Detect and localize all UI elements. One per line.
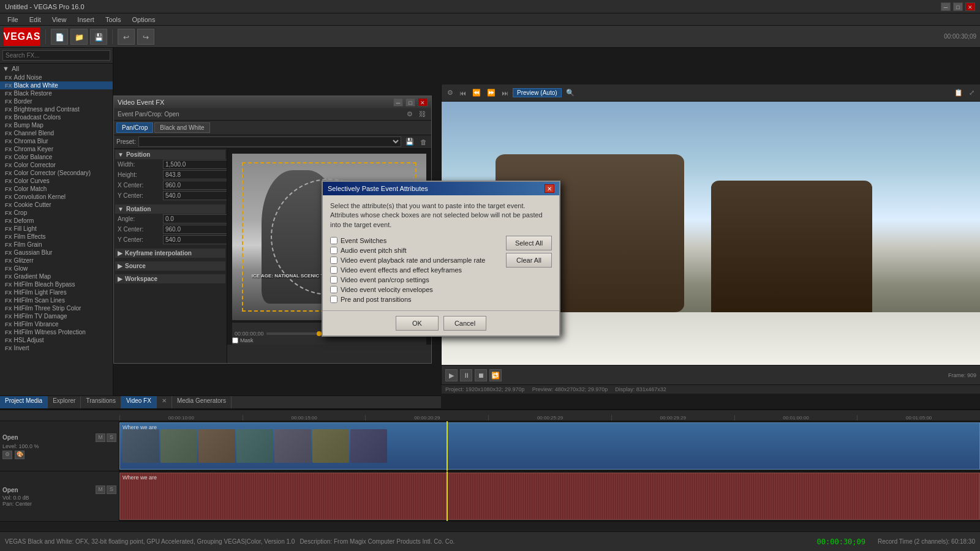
checkbox-row-6: Pre and post transitions <box>330 294 501 304</box>
dialog-body: Select the attribute(s) that you want to… <box>323 195 559 310</box>
checkbox-1[interactable] <box>330 247 337 254</box>
checkbox-row-0: Event Switches <box>330 236 501 246</box>
checkbox-row-4: Video event pan/crop settings <box>330 275 501 285</box>
paste-dialog: Selectively Paste Event Attributes ✕ Sel… <box>322 181 560 337</box>
dialog-description: Select the attribute(s) that you want to… <box>330 201 552 230</box>
checkbox-label-3: Video event effects and effect keyframes <box>341 266 462 274</box>
checkbox-2[interactable] <box>330 257 337 264</box>
checkbox-0[interactable] <box>330 237 337 244</box>
dialog-content: Event Switches Audio event pitch shift V… <box>330 236 552 304</box>
ok-btn[interactable]: OK <box>396 316 439 331</box>
clear-all-btn[interactable]: Clear All <box>506 253 552 268</box>
checkbox-label-1: Audio event pitch shift <box>341 247 407 254</box>
checkbox-6[interactable] <box>330 296 337 303</box>
dialog-checkboxes: Event Switches Audio event pitch shift V… <box>330 236 501 304</box>
checkbox-4[interactable] <box>330 276 337 283</box>
dialog-title-label: Selectively Paste Event Attributes <box>328 185 428 192</box>
checkbox-label-2: Video event playback rate and undersampl… <box>341 257 485 264</box>
dialog-close-btn[interactable]: ✕ <box>545 184 554 193</box>
dialog-footer: OK Cancel <box>323 310 559 335</box>
checkbox-row-3: Video event effects and effect keyframes <box>330 265 501 275</box>
cancel-btn[interactable]: Cancel <box>443 316 486 331</box>
checkbox-label-0: Event Switches <box>341 237 386 244</box>
checkbox-row-2: Video event playback rate and undersampl… <box>330 255 501 265</box>
select-all-btn[interactable]: Select All <box>506 236 552 250</box>
checkbox-label-6: Pre and post transitions <box>341 296 412 303</box>
checkbox-label-4: Video event pan/crop settings <box>341 276 429 283</box>
checkbox-3[interactable] <box>330 266 337 274</box>
checkbox-5[interactable] <box>330 286 337 293</box>
dialog-side-buttons: Select All Clear All <box>506 236 552 304</box>
checkbox-label-5: Video event velocity envelopes <box>341 286 433 293</box>
dialog-title-bar: Selectively Paste Event Attributes ✕ <box>323 182 559 195</box>
checkbox-row-1: Audio event pitch shift <box>330 246 501 255</box>
checkbox-row-5: Video event velocity envelopes <box>330 285 501 294</box>
dialog-overlay: Selectively Paste Event Attributes ✕ Sel… <box>0 0 980 551</box>
